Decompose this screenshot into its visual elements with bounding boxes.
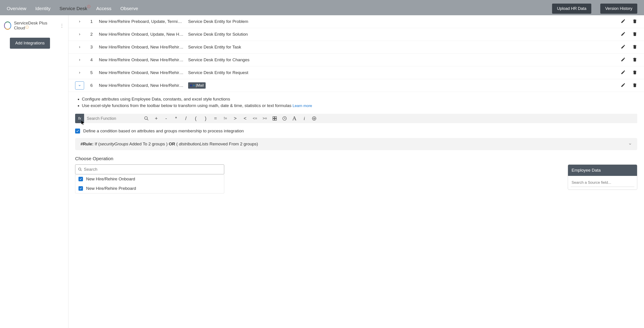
svg-line-16	[80, 170, 82, 171]
operation-search-input[interactable]	[84, 167, 221, 172]
svg-point-0	[145, 117, 148, 120]
function-toolbar: fx +-*/()=!=><<=>= A i	[75, 114, 637, 123]
chevron-right-icon[interactable]	[75, 18, 84, 26]
table-row: 4New Hire/Rehire Onboard, New Hire/Rehir…	[68, 54, 644, 66]
config-hint-1: Configure attributes using Employee Data…	[82, 96, 637, 103]
chevron-right-icon[interactable]	[75, 30, 84, 38]
edit-icon[interactable]	[621, 19, 626, 25]
chevron-right-icon[interactable]	[75, 56, 84, 64]
edit-icon[interactable]	[621, 83, 626, 88]
chevron-right-icon[interactable]	[75, 69, 84, 77]
operator-button[interactable]: !=	[220, 114, 230, 123]
operation-list-item[interactable]: New Hire/Rehire Preboard	[75, 184, 224, 193]
operator-button[interactable]: )	[201, 114, 210, 123]
function-search-input[interactable]	[84, 114, 142, 123]
learn-more-link[interactable]: Learn more	[293, 104, 312, 108]
operator-button[interactable]: +	[151, 114, 161, 123]
sidebar: ServiceDesk Plus Cloudi ⋮ Add Integratio…	[0, 15, 68, 328]
text-category-icon[interactable]: A	[290, 114, 299, 123]
add-integrations-button[interactable]: Add Integrations	[10, 38, 50, 49]
version-history-button[interactable]: Version History	[600, 4, 637, 14]
operation-list-item[interactable]: New Hire/Rehire Onboard	[75, 174, 224, 184]
nav-identity[interactable]: Identity	[36, 6, 51, 11]
operator-button[interactable]: *	[171, 114, 181, 123]
config-hint-2: Use excel-style functions from the toolb…	[82, 103, 637, 109]
misc-category-icon[interactable]	[309, 114, 319, 123]
delete-icon[interactable]	[632, 44, 637, 50]
condition-label: Define a condition based on attributes a…	[83, 129, 244, 134]
operation-checkbox[interactable]	[78, 186, 83, 191]
svg-point-10	[314, 118, 315, 119]
row-entity-label: Service Desk Entity for Problem	[188, 19, 617, 24]
table-row: 3New Hire/Rehire Onboard, New Hire/Rehir…	[68, 41, 644, 54]
row-entity-label: Service Desk Entity for Solution	[188, 32, 617, 37]
row-operation-label: New Hire/Rehire Onboard, New Hire/Rehire…	[99, 83, 184, 88]
operator-button[interactable]: -	[161, 114, 171, 123]
delete-icon[interactable]	[632, 57, 637, 63]
info-icon: i	[26, 26, 29, 29]
row-number: 5	[88, 70, 95, 75]
datetime-category-icon[interactable]	[280, 114, 290, 123]
employee-data-search-input[interactable]	[571, 179, 634, 187]
svg-rect-4	[273, 119, 274, 120]
condition-checkbox[interactable]	[75, 129, 80, 134]
edit-icon[interactable]	[621, 32, 626, 37]
rule-summary[interactable]: #Rule: If (securityGroups Added To 2 gro…	[75, 138, 637, 150]
operator-button[interactable]: >	[230, 114, 240, 123]
delete-icon[interactable]	[632, 19, 637, 25]
operation-search[interactable]	[75, 164, 224, 174]
operation-checkbox[interactable]	[78, 177, 83, 181]
chevron-down-icon	[628, 142, 632, 146]
delete-icon[interactable]	[632, 70, 637, 76]
row-operation-label: New Hire/Rehire Onboard, New Hire/Rehire…	[99, 58, 184, 62]
operator-button[interactable]: >=	[260, 114, 270, 123]
edit-icon[interactable]	[621, 70, 626, 76]
row-operation-label: New Hire/Rehire Onboard, New Hire/Rehire…	[99, 70, 184, 75]
edit-icon[interactable]	[621, 57, 626, 63]
row-operation-label: New Hire/Rehire Onboard, Update, New Hir…	[99, 32, 184, 37]
search-icon	[78, 167, 82, 171]
rule-text: #Rule: If (securityGroups Added To 2 gro…	[80, 142, 258, 147]
nav-service-desk[interactable]: Service Desk !	[60, 6, 87, 11]
main-content: 1New Hire/Rehire Preboard, Update, Termi…	[68, 15, 644, 328]
table-row: 1New Hire/Rehire Preboard, Update, Termi…	[68, 15, 644, 28]
top-navbar: Overview Identity Service Desk ! Access …	[0, 2, 644, 15]
chevron-right-icon[interactable]	[75, 43, 84, 51]
row-operation-label: New Hire/Rehire Onboard, New Hire/Rehire…	[99, 45, 184, 50]
row-entity-label: Service Desk Entity for Changes	[188, 58, 617, 62]
alert-icon: !	[87, 5, 90, 8]
math-category-icon[interactable]	[270, 114, 280, 123]
operator-button[interactable]: =	[210, 114, 220, 123]
choose-operation-title: Choose Operation	[75, 156, 637, 161]
row-number: 1	[88, 19, 95, 24]
row-operation-label: New Hire/Rehire Preboard, Update, Termin…	[99, 19, 184, 24]
edit-icon[interactable]	[621, 44, 626, 50]
sidebar-kebab-menu-icon[interactable]: ⋮	[60, 23, 64, 28]
nav-overview[interactable]: Overview	[7, 6, 26, 11]
operation-label: New Hire/Rehire Preboard	[86, 186, 136, 191]
row-entity-label: Service Desk Entity for Task	[188, 45, 617, 50]
operator-button[interactable]: <=	[250, 114, 260, 123]
table-row: 2New Hire/Rehire Onboard, Update, New Hi…	[68, 28, 644, 41]
operator-button[interactable]: (	[191, 114, 201, 123]
operator-button[interactable]: /	[181, 114, 191, 123]
nav-access[interactable]: Access	[96, 6, 112, 11]
nav-observe[interactable]: Observe	[120, 6, 138, 11]
operator-button[interactable]: <	[240, 114, 250, 123]
info-category-icon[interactable]: i	[299, 114, 309, 123]
row-number: 4	[88, 58, 95, 62]
fx-icon[interactable]: fx	[75, 114, 84, 123]
svg-rect-2	[273, 117, 274, 118]
search-icon[interactable]	[142, 114, 151, 123]
row-number: 2	[88, 32, 95, 37]
app-logo-icon	[4, 22, 11, 30]
svg-rect-3	[275, 117, 276, 118]
delete-icon[interactable]	[632, 83, 637, 88]
chevron-down-icon[interactable]	[75, 82, 84, 90]
delete-icon[interactable]	[632, 32, 637, 37]
svg-rect-5	[275, 119, 276, 120]
table-row: 5New Hire/Rehire Onboard, New Hire/Rehir…	[68, 66, 644, 79]
mail-badge[interactable]: |Mail	[188, 82, 206, 89]
svg-line-1	[147, 119, 148, 121]
upload-hr-data-button[interactable]: Upload HR Data	[552, 4, 591, 14]
